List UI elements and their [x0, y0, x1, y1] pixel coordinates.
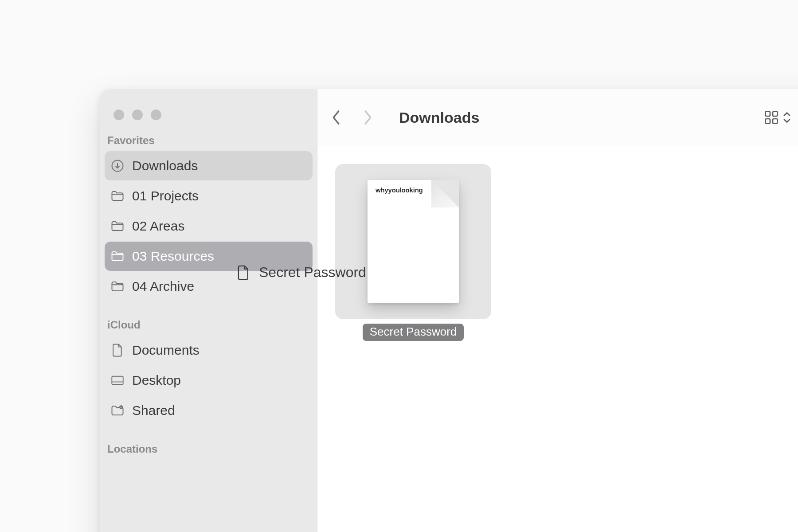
sidebar-section-locations: Locations [100, 443, 317, 455]
minimize-window-button[interactable] [132, 110, 143, 120]
sidebar-item-02-areas[interactable]: 02 Areas [105, 211, 313, 241]
sidebar-item-label: Desktop [132, 373, 181, 388]
svg-rect-5 [773, 112, 778, 117]
sidebar-item-documents[interactable]: Documents [105, 336, 313, 365]
section-title-locations: Locations [100, 443, 317, 455]
svg-rect-6 [766, 119, 771, 124]
desktop-icon [110, 373, 125, 388]
sidebar-item-01-projects[interactable]: 01 Projects [105, 181, 313, 211]
file-preview: whyyoulooking [368, 180, 459, 303]
folder-icon [110, 249, 125, 264]
file-grid[interactable]: whyyoulooking Secret Password [317, 146, 798, 532]
sidebar-item-label: 01 Projects [132, 188, 199, 203]
view-mode-button[interactable] [760, 107, 794, 128]
folder-icon [110, 219, 125, 234]
forward-button[interactable] [362, 109, 374, 126]
sidebar-item-03-resources[interactable]: 03 Resources [105, 242, 313, 271]
sidebar: Favorites Downloads [100, 89, 317, 532]
svg-rect-4 [766, 112, 771, 117]
svg-rect-7 [773, 119, 778, 124]
sidebar-item-label: 03 Resources [132, 249, 214, 264]
chevron-up-down-icon [783, 111, 791, 124]
section-title-icloud: iCloud [100, 319, 317, 331]
sidebar-item-label: Documents [132, 343, 200, 358]
back-button[interactable] [330, 109, 342, 126]
folder-icon [110, 188, 125, 203]
sidebar-item-04-archive[interactable]: 04 Archive [105, 272, 313, 301]
toolbar: Downloads [317, 89, 798, 146]
folder-icon [110, 279, 125, 294]
icon-grid-icon [763, 110, 779, 125]
fullscreen-window-button[interactable] [151, 110, 161, 120]
window-title: Downloads [399, 109, 707, 126]
section-title-favorites: Favorites [100, 134, 317, 147]
sidebar-item-label: 04 Archive [132, 279, 194, 294]
file-preview-wrap: whyyoulooking [335, 164, 491, 319]
main-pane: Downloads [317, 89, 798, 532]
sidebar-item-label: Downloads [132, 158, 198, 173]
sidebar-item-shared[interactable]: Shared [105, 396, 313, 425]
document-icon [110, 343, 125, 358]
sidebar-section-icloud: iCloud Documents Desktop [100, 319, 317, 425]
close-window-button[interactable] [113, 110, 124, 120]
sidebar-item-desktop[interactable]: Desktop [105, 366, 313, 395]
sidebar-item-downloads[interactable]: Downloads [105, 151, 313, 180]
file-preview-text: whyyoulooking [376, 186, 423, 194]
sidebar-item-label: 02 Areas [132, 219, 184, 234]
nav-arrows [330, 109, 374, 126]
file-item-secret-password[interactable]: whyyoulooking Secret Password [335, 164, 491, 341]
file-name-label[interactable]: Secret Password [363, 324, 464, 341]
shared-folder-icon [110, 403, 125, 418]
sidebar-item-label: Shared [132, 403, 175, 418]
finder-window: Favorites Downloads [100, 89, 798, 532]
window-controls [100, 110, 317, 120]
sidebar-section-favorites: Favorites Downloads [100, 134, 317, 301]
svg-rect-1 [112, 376, 123, 384]
downloads-icon [110, 158, 125, 173]
